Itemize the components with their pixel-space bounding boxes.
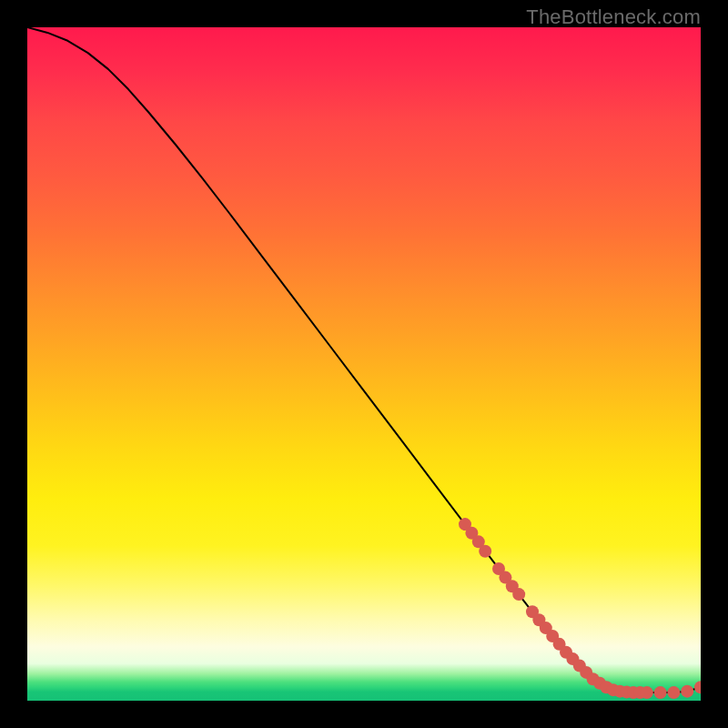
curve-bottleneck-curve (27, 27, 701, 693)
watermark-text: TheBottleneck.com (526, 5, 701, 29)
plot-area (27, 27, 701, 701)
marker-point (479, 545, 491, 558)
marker-point (681, 685, 693, 698)
chart-svg (27, 27, 701, 701)
marker-point (512, 588, 525, 601)
marker-point (694, 681, 701, 693)
marker-point (654, 686, 667, 699)
markers-highlight-points (459, 518, 701, 699)
chart-stage: TheBottleneck.com (0, 0, 728, 728)
marker-point (641, 686, 653, 699)
marker-point (667, 686, 680, 699)
